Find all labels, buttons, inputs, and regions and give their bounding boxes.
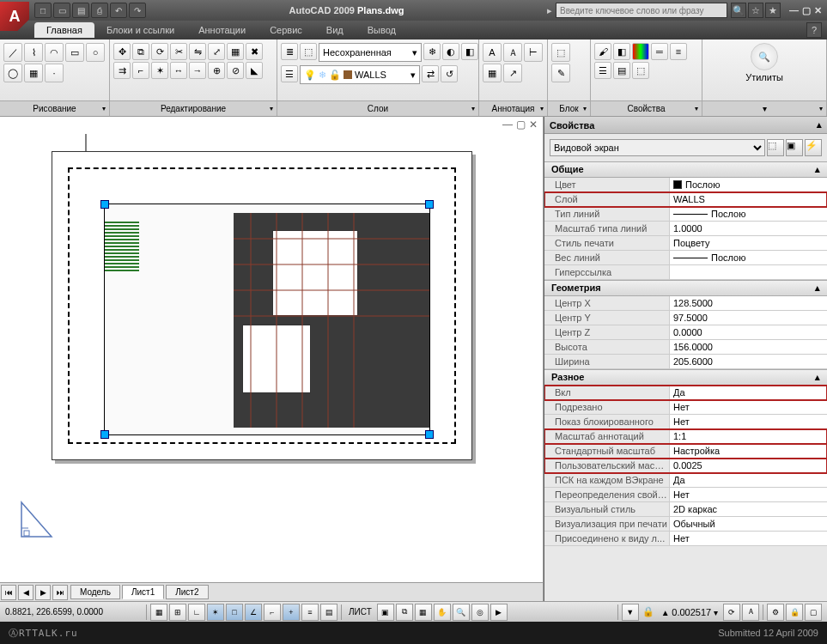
dyn-toggle[interactable]: + <box>283 604 300 621</box>
layer-manager-icon[interactable]: ☰ <box>281 65 298 82</box>
viewport[interactable] <box>104 204 430 435</box>
linetype-icon[interactable]: ═ <box>651 43 668 60</box>
move-tool-icon[interactable]: ✥ <box>113 43 131 60</box>
lock-ui-icon[interactable]: 🔒 <box>641 605 656 620</box>
scale-tool-icon[interactable]: ⤢ <box>208 43 225 60</box>
drawing-area[interactable]: — ▢ ✕ <box>0 117 544 601</box>
erase-tool-icon[interactable]: ✖ <box>246 43 263 60</box>
property-row[interactable]: ПСК на каждом ВЭкранеДа <box>544 473 827 488</box>
steering-wheel-icon[interactable]: ◎ <box>471 604 489 621</box>
toggle-pickadd-icon[interactable]: ⚡ <box>805 139 822 156</box>
layer-freeze-icon[interactable]: ❄ <box>423 43 441 60</box>
property-value[interactable]: 1.0000 <box>669 222 827 235</box>
mirror-tool-icon[interactable]: ⇋ <box>189 43 206 60</box>
tab-nav-first[interactable]: ⏮ <box>1 585 16 600</box>
infocenter-search-input[interactable] <box>556 3 727 18</box>
property-value[interactable]: 1:1 <box>669 429 827 443</box>
property-row[interactable]: Визуальный стиль2D каркас <box>544 502 827 517</box>
stretch-tool-icon[interactable]: ↔ <box>170 62 187 79</box>
toolbar-lock-icon[interactable]: 🔒 <box>786 604 803 621</box>
polyline-tool-icon[interactable]: ⌇ <box>24 43 43 62</box>
rotate-tool-icon[interactable]: ⟳ <box>151 43 168 60</box>
space-indicator[interactable]: ЛИСТ <box>345 607 375 617</box>
tab-nav-prev[interactable]: ◀ <box>18 585 33 600</box>
otrack-toggle[interactable]: ∠ <box>245 604 262 621</box>
tab-nav-last[interactable]: ⏭ <box>52 585 68 600</box>
line-tool-icon[interactable]: ／ <box>3 43 22 62</box>
layer-state-dropdown[interactable]: Несохраненная▾ <box>319 43 422 62</box>
quick-view-drawings-icon[interactable]: ▦ <box>415 604 432 621</box>
tab-nav-next[interactable]: ▶ <box>35 585 51 600</box>
lwt-toggle[interactable]: ≡ <box>301 604 319 621</box>
property-row[interactable]: ЦветПослою <box>544 178 827 192</box>
quick-props-icon[interactable]: ⬚ <box>632 62 649 79</box>
dimension-tool-icon[interactable]: ⊢ <box>524 43 543 62</box>
doc-restore-icon[interactable]: ▢ <box>516 118 526 131</box>
qat-redo-icon[interactable]: ↷ <box>129 3 146 18</box>
tray-icon[interactable]: ▼ <box>622 604 639 621</box>
layer-prev-icon[interactable]: ↺ <box>441 65 458 82</box>
property-row[interactable]: ВклДа <box>544 386 827 400</box>
qat-undo-icon[interactable]: ↶ <box>110 3 127 18</box>
annotation-scale[interactable]: ▲ 0.002517 ▾ <box>658 607 721 617</box>
property-row[interactable]: ПодрезаноНет <box>544 400 827 415</box>
current-layer-dropdown[interactable]: 💡❄🔓 WALLS▾ <box>300 65 420 84</box>
grid-toggle[interactable]: ⊞ <box>169 604 186 621</box>
coordinates-display[interactable]: 0.8821, 226.6599, 0.0000 <box>5 607 143 617</box>
doc-minimize-icon[interactable]: — <box>502 118 513 131</box>
fillet-tool-icon[interactable]: ⌐ <box>132 62 149 79</box>
property-value[interactable]: Обычный <box>669 517 827 531</box>
maximize-button[interactable]: ▢ <box>802 5 811 16</box>
property-row[interactable]: Гиперссылка <box>544 265 827 280</box>
property-row[interactable]: СлойWALLS <box>544 192 827 207</box>
panel-title-layers[interactable]: Слои <box>277 100 478 116</box>
arc-tool-icon[interactable]: ◠ <box>45 43 64 62</box>
properties-title[interactable]: Свойства <box>544 117 827 134</box>
lineweight-icon[interactable]: ≡ <box>670 43 687 60</box>
panel-title-block[interactable]: Блок <box>548 100 590 116</box>
qat-new-icon[interactable]: □ <box>34 3 52 18</box>
property-row[interactable]: Ширина205.6000 <box>544 355 827 369</box>
favorites-icon[interactable]: ★ <box>765 3 781 18</box>
minimize-button[interactable]: — <box>789 5 799 16</box>
tab-annotations[interactable]: Аннотации <box>186 22 258 38</box>
explode-tool-icon[interactable]: ✶ <box>151 62 168 79</box>
join-tool-icon[interactable]: ⊕ <box>208 62 225 79</box>
qat-save-icon[interactable]: ▤ <box>72 3 89 18</box>
text-tool-icon[interactable]: Ａ <box>503 43 522 62</box>
property-row[interactable]: Присоединено к виду л...Нет <box>544 532 827 546</box>
property-value[interactable]: Послою <box>669 178 827 191</box>
color-picker-icon[interactable] <box>632 43 649 60</box>
break-tool-icon[interactable]: ⊘ <box>227 62 244 79</box>
pan-icon[interactable]: ✋ <box>434 604 451 621</box>
insert-block-icon[interactable]: ⬚ <box>551 43 570 62</box>
property-value[interactable]: Нет <box>669 415 827 428</box>
section-geometry[interactable]: Геометрия <box>544 280 827 296</box>
circle-tool-icon[interactable]: ○ <box>86 43 105 62</box>
hatch-tool-icon[interactable]: ▦ <box>24 64 43 82</box>
property-row[interactable]: Стандартный масштабНастройка <box>544 444 827 459</box>
polar-toggle[interactable]: ✶ <box>207 604 224 621</box>
property-value[interactable]: 156.0000 <box>669 340 827 354</box>
layer-off-icon[interactable]: ◐ <box>442 43 459 60</box>
tab-view[interactable]: Вид <box>314 22 356 38</box>
property-row[interactable]: Центр Z0.0000 <box>544 325 827 340</box>
tab-blocks[interactable]: Блоки и ссылки <box>94 22 186 38</box>
bylayer-color-icon[interactable]: ◧ <box>613 43 630 60</box>
quick-view-layouts-icon[interactable]: ⧉ <box>396 604 413 621</box>
property-row[interactable]: Масштаб типа линий1.0000 <box>544 222 827 236</box>
property-row[interactable]: Масштаб аннотаций1:1 <box>544 429 827 444</box>
property-value[interactable] <box>669 265 827 279</box>
offset-tool-icon[interactable]: ⇉ <box>113 62 131 79</box>
property-value[interactable]: 205.6000 <box>669 355 827 368</box>
quick-select-icon[interactable]: ⬚ <box>767 139 784 156</box>
doc-close-icon[interactable]: ✕ <box>529 118 538 131</box>
array-tool-icon[interactable]: ▦ <box>227 43 244 60</box>
property-value[interactable]: Да <box>669 473 827 487</box>
create-block-icon[interactable]: ✎ <box>551 64 570 82</box>
extend-tool-icon[interactable]: → <box>189 62 206 79</box>
snap-toggle[interactable]: ▦ <box>150 604 167 621</box>
ortho-toggle[interactable]: ∟ <box>188 604 205 621</box>
comm-center-icon[interactable]: ☆ <box>748 3 763 18</box>
property-value[interactable]: 0.0025 <box>669 459 827 472</box>
